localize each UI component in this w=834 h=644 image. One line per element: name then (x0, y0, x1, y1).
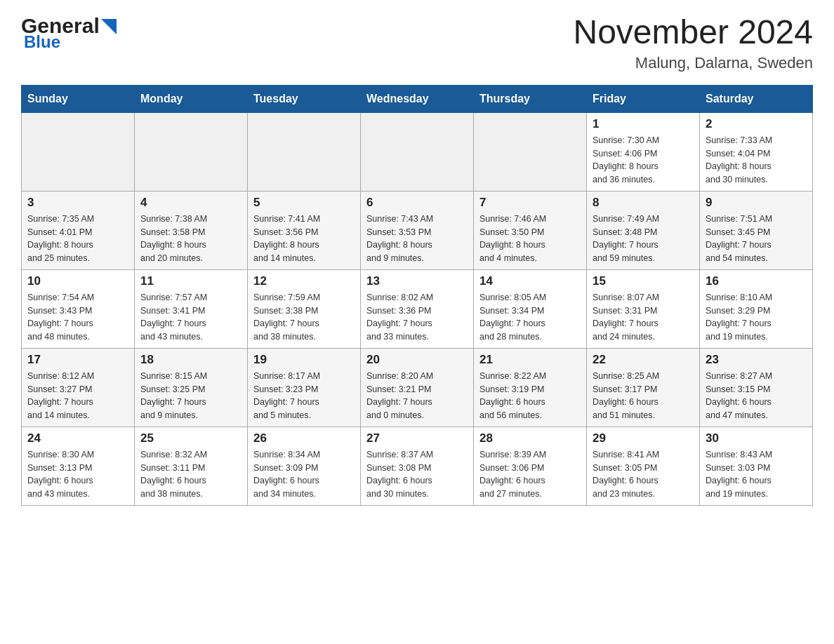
day-number: 9 (706, 196, 807, 210)
calendar-cell: 17Sunrise: 8:12 AMSunset: 3:27 PMDayligh… (22, 348, 135, 427)
calendar-cell: 15Sunrise: 8:07 AMSunset: 3:31 PMDayligh… (587, 269, 700, 348)
calendar-cell: 23Sunrise: 8:27 AMSunset: 3:15 PMDayligh… (700, 348, 813, 427)
calendar-cell: 10Sunrise: 7:54 AMSunset: 3:43 PMDayligh… (22, 269, 135, 348)
week-row-5: 24Sunrise: 8:30 AMSunset: 3:13 PMDayligh… (22, 427, 813, 505)
day-info: Sunrise: 7:51 AMSunset: 3:45 PMDaylight:… (706, 213, 807, 265)
calendar-cell: 12Sunrise: 7:59 AMSunset: 3:38 PMDayligh… (248, 269, 361, 348)
day-number: 26 (253, 431, 355, 445)
day-info: Sunrise: 7:49 AMSunset: 3:48 PMDaylight:… (593, 213, 694, 265)
calendar-cell: 2Sunrise: 7:33 AMSunset: 4:04 PMDaylight… (700, 112, 813, 191)
day-info: Sunrise: 7:59 AMSunset: 3:38 PMDaylight:… (253, 291, 355, 344)
day-info: Sunrise: 8:34 AMSunset: 3:09 PMDaylight:… (253, 448, 355, 501)
week-row-4: 17Sunrise: 8:12 AMSunset: 3:27 PMDayligh… (22, 348, 813, 427)
day-info: Sunrise: 7:30 AMSunset: 4:06 PMDaylight:… (593, 134, 694, 187)
calendar-cell: 11Sunrise: 7:57 AMSunset: 3:41 PMDayligh… (135, 269, 248, 348)
day-number: 24 (27, 431, 128, 445)
day-number: 18 (140, 353, 241, 367)
day-number: 13 (366, 274, 468, 288)
day-info: Sunrise: 7:54 AMSunset: 3:43 PMDaylight:… (27, 291, 128, 344)
calendar-cell (361, 112, 474, 191)
calendar-cell (474, 112, 587, 191)
day-number: 5 (253, 196, 355, 210)
day-info: Sunrise: 7:46 AMSunset: 3:50 PMDaylight:… (479, 213, 581, 265)
page-header: General Blue November 2024 Malung, Dalar… (21, 14, 813, 72)
calendar-cell: 30Sunrise: 8:43 AMSunset: 3:03 PMDayligh… (700, 427, 813, 505)
calendar-cell: 8Sunrise: 7:49 AMSunset: 3:48 PMDaylight… (587, 191, 700, 269)
calendar-header: SundayMondayTuesdayWednesdayThursdayFrid… (22, 85, 813, 112)
calendar-cell: 22Sunrise: 8:25 AMSunset: 3:17 PMDayligh… (587, 348, 700, 427)
day-info: Sunrise: 8:17 AMSunset: 3:23 PMDaylight:… (253, 370, 355, 422)
day-info: Sunrise: 8:37 AMSunset: 3:08 PMDaylight:… (366, 448, 468, 501)
title-area: November 2024 Malung, Dalarna, Sweden (573, 14, 813, 72)
calendar-cell: 29Sunrise: 8:41 AMSunset: 3:05 PMDayligh… (587, 427, 700, 505)
column-header-tuesday: Tuesday (248, 85, 361, 112)
day-info: Sunrise: 8:22 AMSunset: 3:19 PMDaylight:… (479, 370, 581, 422)
header-row: SundayMondayTuesdayWednesdayThursdayFrid… (22, 85, 813, 112)
day-info: Sunrise: 8:07 AMSunset: 3:31 PMDaylight:… (593, 291, 694, 344)
column-header-monday: Monday (135, 85, 248, 112)
day-info: Sunrise: 8:12 AMSunset: 3:27 PMDaylight:… (27, 370, 128, 422)
day-number: 25 (140, 431, 241, 445)
day-info: Sunrise: 7:57 AMSunset: 3:41 PMDaylight:… (140, 291, 241, 344)
day-number: 6 (366, 196, 468, 210)
logo: General Blue (21, 14, 117, 52)
day-info: Sunrise: 8:41 AMSunset: 3:05 PMDaylight:… (593, 448, 694, 501)
day-info: Sunrise: 7:43 AMSunset: 3:53 PMDaylight:… (366, 213, 468, 265)
calendar-cell (22, 112, 135, 191)
day-number: 4 (140, 196, 241, 210)
calendar-cell: 9Sunrise: 7:51 AMSunset: 3:45 PMDaylight… (700, 191, 813, 269)
calendar-cell: 7Sunrise: 7:46 AMSunset: 3:50 PMDaylight… (474, 191, 587, 269)
day-number: 27 (366, 431, 468, 445)
day-number: 21 (479, 353, 581, 367)
day-number: 20 (366, 353, 468, 367)
calendar-cell: 25Sunrise: 8:32 AMSunset: 3:11 PMDayligh… (135, 427, 248, 505)
day-number: 17 (27, 353, 128, 367)
day-number: 30 (706, 431, 807, 445)
day-number: 29 (593, 431, 694, 445)
month-year-heading: November 2024 (573, 14, 813, 51)
calendar-cell: 6Sunrise: 7:43 AMSunset: 3:53 PMDaylight… (361, 191, 474, 269)
day-info: Sunrise: 7:41 AMSunset: 3:56 PMDaylight:… (253, 213, 355, 265)
day-number: 10 (27, 274, 128, 288)
day-number: 7 (479, 196, 581, 210)
day-number: 8 (593, 196, 694, 210)
calendar-cell: 4Sunrise: 7:38 AMSunset: 3:58 PMDaylight… (135, 191, 248, 269)
day-info: Sunrise: 8:25 AMSunset: 3:17 PMDaylight:… (593, 370, 694, 422)
logo-triangle-icon (101, 19, 117, 34)
calendar-cell (135, 112, 248, 191)
calendar-cell: 5Sunrise: 7:41 AMSunset: 3:56 PMDaylight… (248, 191, 361, 269)
column-header-thursday: Thursday (474, 85, 587, 112)
day-number: 22 (593, 353, 694, 367)
column-header-wednesday: Wednesday (361, 85, 474, 112)
calendar-cell (248, 112, 361, 191)
logo-blue-label: Blue (21, 32, 60, 52)
column-header-sunday: Sunday (22, 85, 135, 112)
column-header-friday: Friday (587, 85, 700, 112)
day-number: 19 (253, 353, 355, 367)
day-number: 2 (706, 117, 807, 131)
calendar-cell: 28Sunrise: 8:39 AMSunset: 3:06 PMDayligh… (474, 427, 587, 505)
day-number: 15 (593, 274, 694, 288)
day-info: Sunrise: 8:39 AMSunset: 3:06 PMDaylight:… (479, 448, 581, 501)
calendar-cell: 3Sunrise: 7:35 AMSunset: 4:01 PMDaylight… (22, 191, 135, 269)
day-info: Sunrise: 8:43 AMSunset: 3:03 PMDaylight:… (706, 448, 807, 501)
svg-marker-0 (101, 19, 117, 34)
week-row-3: 10Sunrise: 7:54 AMSunset: 3:43 PMDayligh… (22, 269, 813, 348)
week-row-1: 1Sunrise: 7:30 AMSunset: 4:06 PMDaylight… (22, 112, 813, 191)
day-info: Sunrise: 8:05 AMSunset: 3:34 PMDaylight:… (479, 291, 581, 344)
calendar-body: 1Sunrise: 7:30 AMSunset: 4:06 PMDaylight… (22, 112, 813, 505)
calendar-table: SundayMondayTuesdayWednesdayThursdayFrid… (21, 85, 813, 506)
calendar-cell: 16Sunrise: 8:10 AMSunset: 3:29 PMDayligh… (700, 269, 813, 348)
day-number: 28 (479, 431, 581, 445)
day-number: 3 (27, 196, 128, 210)
day-info: Sunrise: 8:27 AMSunset: 3:15 PMDaylight:… (706, 370, 807, 422)
day-info: Sunrise: 7:35 AMSunset: 4:01 PMDaylight:… (27, 213, 128, 265)
day-info: Sunrise: 8:15 AMSunset: 3:25 PMDaylight:… (140, 370, 241, 422)
day-info: Sunrise: 8:20 AMSunset: 3:21 PMDaylight:… (366, 370, 468, 422)
calendar-cell: 20Sunrise: 8:20 AMSunset: 3:21 PMDayligh… (361, 348, 474, 427)
day-number: 14 (479, 274, 581, 288)
day-info: Sunrise: 8:30 AMSunset: 3:13 PMDaylight:… (27, 448, 128, 501)
day-info: Sunrise: 8:32 AMSunset: 3:11 PMDaylight:… (140, 448, 241, 501)
day-number: 12 (253, 274, 355, 288)
calendar-cell: 26Sunrise: 8:34 AMSunset: 3:09 PMDayligh… (248, 427, 361, 505)
